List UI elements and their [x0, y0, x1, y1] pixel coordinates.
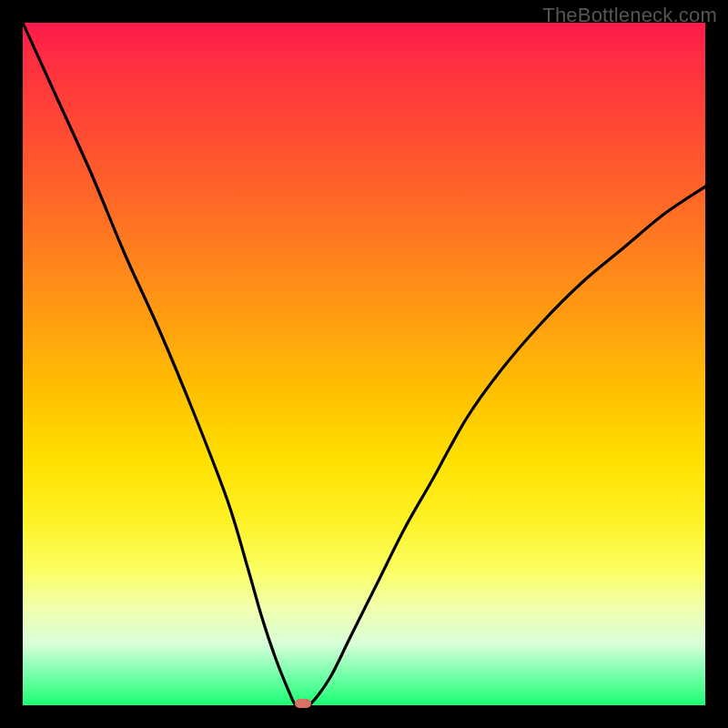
bottleneck-curve: [23, 23, 705, 705]
chart-frame: TheBottleneck.com: [0, 0, 728, 728]
curve-svg: [23, 23, 705, 705]
optimal-point-marker: [295, 699, 311, 708]
plot-area: [23, 23, 705, 705]
